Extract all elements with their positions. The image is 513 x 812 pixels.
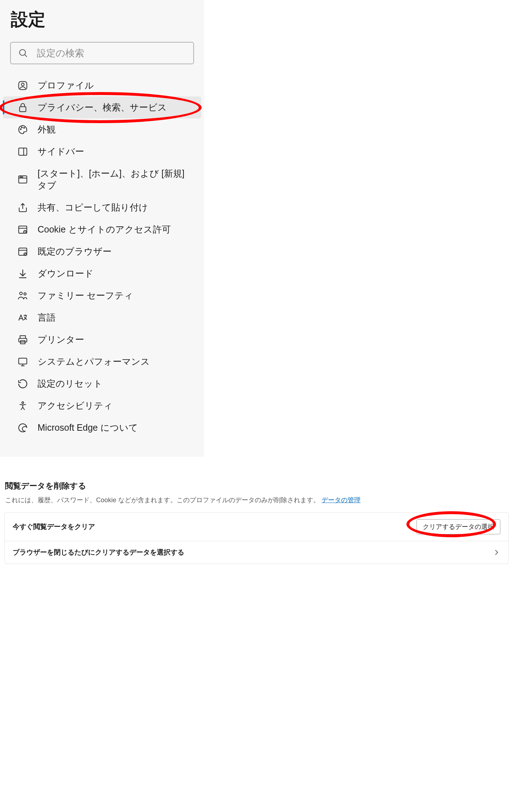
clear-on-close-label: ブラウザーを閉じるたびにクリアするデータを選択する — [13, 548, 184, 557]
svg-point-7 — [24, 127, 25, 128]
chevron-right-icon — [492, 548, 500, 556]
reset-icon — [17, 378, 28, 389]
window-icon — [17, 174, 28, 185]
nav-item-downloads[interactable]: ダウンロード — [3, 262, 201, 285]
nav-item-privacy[interactable]: プライバシー、検索、サービス — [3, 96, 201, 118]
nav-label: 言語 — [38, 312, 56, 324]
choose-what-to-clear-button[interactable]: クリアするデータの選択 — [417, 519, 500, 534]
section-title: 閲覧データを削除する — [0, 481, 513, 496]
nav-wrapper-privacy: プライバシー、検索、サービス — [3, 96, 201, 118]
cookie-icon — [17, 224, 28, 235]
svg-point-13 — [21, 177, 22, 177]
nav-label: アクセシビリティ — [38, 400, 113, 412]
svg-point-3 — [21, 83, 24, 86]
accessibility-icon — [17, 400, 28, 411]
nav-item-appearance[interactable]: 外観 — [3, 118, 201, 140]
settings-nav: プロファイル プライバシー、検索、サービス — [0, 74, 204, 439]
svg-point-14 — [22, 177, 23, 177]
edge-icon — [17, 422, 28, 433]
nav-label: Microsoft Edge について — [38, 422, 138, 434]
nav-item-profile[interactable]: プロファイル — [3, 74, 201, 96]
search-icon — [18, 48, 28, 58]
svg-rect-8 — [19, 148, 27, 155]
nav-item-sidebar[interactable]: サイドバー — [3, 140, 201, 162]
nav-label: プライバシー、検索、サービス — [38, 101, 167, 113]
settings-sidebar: 設定 プロファイル — [0, 0, 204, 457]
nav-label: [スタート]、[ホーム]、および [新規] タブ — [38, 168, 194, 191]
nav-label: 共有、コピーして貼り付け — [38, 201, 148, 213]
svg-point-5 — [20, 129, 21, 130]
nav-label: ダウンロード — [38, 268, 94, 279]
section-description-text: これには、履歴、パスワード、Cookie などが含まれます。このプロファイルのデ… — [5, 496, 320, 504]
svg-point-12 — [20, 177, 21, 177]
nav-label: 設定のリセット — [38, 378, 103, 390]
browser-icon — [17, 246, 28, 257]
printer-icon — [17, 334, 28, 345]
nav-label: Cookie とサイトのアクセス許可 — [38, 223, 171, 235]
clear-data-card: 今すぐ閲覧データをクリア クリアするデータの選択 ブラウザーを閉じるたびにクリア… — [4, 512, 509, 564]
download-icon — [17, 268, 28, 279]
system-icon — [17, 356, 28, 367]
profile-icon — [17, 80, 28, 91]
svg-point-26 — [22, 401, 24, 403]
nav-label: システムとパフォーマンス — [38, 356, 150, 368]
language-icon — [17, 312, 28, 323]
data-management-link[interactable]: データの管理 — [322, 496, 361, 504]
family-icon — [17, 290, 28, 301]
clear-on-close-row[interactable]: ブラウザーを閉じるたびにクリアするデータを選択する — [5, 541, 508, 564]
search-container — [10, 42, 194, 64]
svg-point-21 — [20, 292, 22, 295]
nav-item-family[interactable]: ファミリー セーフティ — [3, 285, 201, 307]
nav-item-system[interactable]: システムとパフォーマンス — [3, 351, 201, 373]
svg-rect-18 — [19, 248, 27, 255]
nav-item-cookies[interactable]: Cookie とサイトのアクセス許可 — [3, 218, 201, 240]
svg-rect-4 — [20, 107, 26, 112]
section-description: これには、履歴、パスワード、Cookie などが含まれます。このプロファイルのデ… — [0, 496, 513, 512]
clear-now-label: 今すぐ閲覧データをクリア — [13, 522, 95, 531]
svg-point-0 — [20, 49, 25, 55]
nav-item-accessibility[interactable]: アクセシビリティ — [3, 395, 201, 417]
page-title: 設定 — [0, 4, 204, 38]
nav-label: プリンター — [38, 334, 84, 346]
svg-rect-23 — [19, 338, 27, 342]
svg-rect-25 — [19, 358, 27, 364]
nav-label: ファミリー セーフティ — [38, 290, 133, 301]
content-panel: 閲覧データを削除する これには、履歴、パスワード、Cookie などが含まれます… — [0, 468, 513, 564]
svg-point-6 — [21, 127, 22, 128]
share-icon — [17, 202, 28, 213]
svg-line-1 — [25, 55, 27, 57]
nav-label: 外観 — [38, 123, 56, 135]
nav-item-languages[interactable]: 言語 — [3, 307, 201, 329]
nav-item-about[interactable]: Microsoft Edge について — [3, 417, 201, 439]
svg-point-22 — [24, 292, 26, 295]
button-wrapper: クリアするデータの選択 — [417, 519, 500, 534]
nav-label: サイドバー — [38, 146, 84, 157]
lock-icon — [17, 102, 28, 113]
nav-item-share[interactable]: 共有、コピーして貼り付け — [3, 196, 201, 218]
clear-now-row[interactable]: 今すぐ閲覧データをクリア クリアするデータの選択 — [5, 513, 508, 541]
search-input[interactable] — [10, 42, 194, 64]
palette-icon — [17, 124, 28, 135]
nav-item-reset[interactable]: 設定のリセット — [3, 373, 201, 395]
sidebar-icon — [17, 146, 28, 157]
nav-item-default-browser[interactable]: 既定のブラウザー — [3, 240, 201, 262]
nav-item-printers[interactable]: プリンター — [3, 329, 201, 351]
nav-label: プロファイル — [38, 79, 94, 91]
nav-label: 既定のブラウザー — [38, 246, 112, 257]
nav-item-start[interactable]: [スタート]、[ホーム]、および [新規] タブ — [3, 162, 201, 196]
